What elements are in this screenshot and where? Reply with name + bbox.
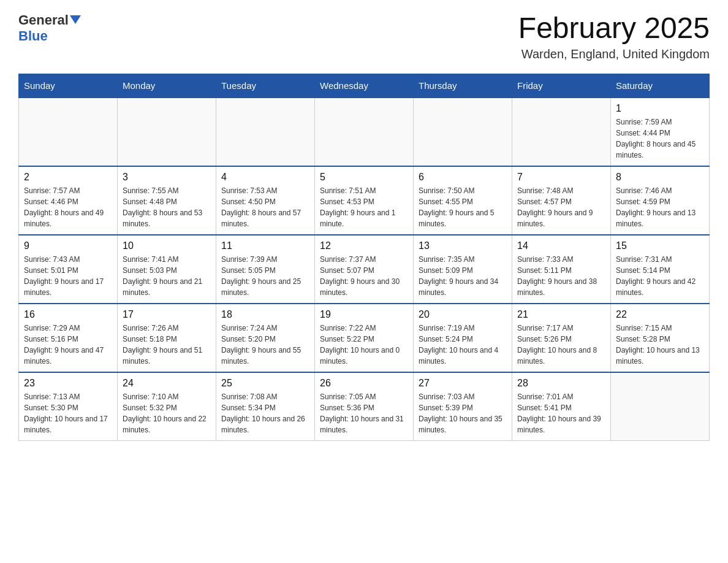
day-info: Sunrise: 7:41 AMSunset: 5:03 PMDaylight:… <box>123 254 211 298</box>
calendar-cell: 8Sunrise: 7:46 AMSunset: 4:59 PMDaylight… <box>611 166 710 235</box>
day-number: 17 <box>123 309 211 320</box>
day-info: Sunrise: 7:22 AMSunset: 5:22 PMDaylight:… <box>320 323 408 367</box>
calendar-cell <box>19 98 118 166</box>
calendar-cell: 26Sunrise: 7:05 AMSunset: 5:36 PMDayligh… <box>315 372 414 441</box>
day-info: Sunrise: 7:29 AMSunset: 5:16 PMDaylight:… <box>24 323 112 367</box>
calendar-week-row: 16Sunrise: 7:29 AMSunset: 5:16 PMDayligh… <box>19 304 710 372</box>
calendar-cell: 10Sunrise: 7:41 AMSunset: 5:03 PMDayligh… <box>118 235 216 304</box>
logo-blue-text: Blue <box>18 28 81 44</box>
day-info: Sunrise: 7:17 AMSunset: 5:26 PMDaylight:… <box>517 323 605 367</box>
day-number: 20 <box>419 309 507 320</box>
day-number: 3 <box>123 172 211 183</box>
day-number: 27 <box>419 378 507 389</box>
day-number: 5 <box>320 172 408 183</box>
calendar-cell: 2Sunrise: 7:57 AMSunset: 4:46 PMDaylight… <box>19 166 118 235</box>
day-number: 4 <box>221 172 309 183</box>
month-title: February 2025 <box>518 12 710 45</box>
calendar-cell <box>216 98 315 166</box>
logo-triangle-icon <box>70 15 81 24</box>
day-info: Sunrise: 7:05 AMSunset: 5:36 PMDaylight:… <box>320 391 408 435</box>
day-info: Sunrise: 7:48 AMSunset: 4:57 PMDaylight:… <box>517 185 605 229</box>
day-number: 28 <box>517 378 605 389</box>
calendar-cell <box>611 372 710 441</box>
calendar-cell: 19Sunrise: 7:22 AMSunset: 5:22 PMDayligh… <box>315 304 414 372</box>
day-number: 14 <box>517 240 605 251</box>
calendar-cell: 4Sunrise: 7:53 AMSunset: 4:50 PMDaylight… <box>216 166 315 235</box>
calendar-day-header: Saturday <box>611 74 710 98</box>
calendar-cell: 12Sunrise: 7:37 AMSunset: 5:07 PMDayligh… <box>315 235 414 304</box>
day-info: Sunrise: 7:26 AMSunset: 5:18 PMDaylight:… <box>123 323 211 367</box>
calendar-cell: 24Sunrise: 7:10 AMSunset: 5:32 PMDayligh… <box>118 372 216 441</box>
day-info: Sunrise: 7:10 AMSunset: 5:32 PMDaylight:… <box>123 391 211 435</box>
day-number: 22 <box>616 309 704 320</box>
day-info: Sunrise: 7:08 AMSunset: 5:34 PMDaylight:… <box>221 391 309 435</box>
calendar-cell: 27Sunrise: 7:03 AMSunset: 5:39 PMDayligh… <box>414 372 512 441</box>
calendar-cell: 25Sunrise: 7:08 AMSunset: 5:34 PMDayligh… <box>216 372 315 441</box>
calendar-cell: 16Sunrise: 7:29 AMSunset: 5:16 PMDayligh… <box>19 304 118 372</box>
calendar-day-header: Monday <box>118 74 216 98</box>
day-info: Sunrise: 7:13 AMSunset: 5:30 PMDaylight:… <box>24 391 112 435</box>
logo: General Blue <box>18 12 81 44</box>
calendar-table: SundayMondayTuesdayWednesdayThursdayFrid… <box>18 74 710 441</box>
calendar-cell <box>414 98 512 166</box>
calendar-header-row: SundayMondayTuesdayWednesdayThursdayFrid… <box>19 74 710 98</box>
day-info: Sunrise: 7:59 AMSunset: 4:44 PMDaylight:… <box>616 117 704 161</box>
day-number: 16 <box>24 309 112 320</box>
calendar-cell: 17Sunrise: 7:26 AMSunset: 5:18 PMDayligh… <box>118 304 216 372</box>
day-number: 2 <box>24 172 112 183</box>
day-info: Sunrise: 7:39 AMSunset: 5:05 PMDaylight:… <box>221 254 309 298</box>
day-info: Sunrise: 7:24 AMSunset: 5:20 PMDaylight:… <box>221 323 309 367</box>
day-number: 8 <box>616 172 704 183</box>
day-number: 19 <box>320 309 408 320</box>
calendar-cell: 5Sunrise: 7:51 AMSunset: 4:53 PMDaylight… <box>315 166 414 235</box>
day-info: Sunrise: 7:51 AMSunset: 4:53 PMDaylight:… <box>320 185 408 229</box>
day-number: 23 <box>24 378 112 389</box>
calendar-cell: 1Sunrise: 7:59 AMSunset: 4:44 PMDaylight… <box>611 98 710 166</box>
day-info: Sunrise: 7:57 AMSunset: 4:46 PMDaylight:… <box>24 185 112 229</box>
calendar-day-header: Tuesday <box>216 74 315 98</box>
calendar-cell: 6Sunrise: 7:50 AMSunset: 4:55 PMDaylight… <box>414 166 512 235</box>
calendar-cell: 20Sunrise: 7:19 AMSunset: 5:24 PMDayligh… <box>414 304 512 372</box>
day-info: Sunrise: 7:37 AMSunset: 5:07 PMDaylight:… <box>320 254 408 298</box>
calendar-day-header: Friday <box>512 74 611 98</box>
calendar-cell: 9Sunrise: 7:43 AMSunset: 5:01 PMDaylight… <box>19 235 118 304</box>
day-number: 11 <box>221 240 309 251</box>
calendar-cell: 18Sunrise: 7:24 AMSunset: 5:20 PMDayligh… <box>216 304 315 372</box>
day-info: Sunrise: 7:46 AMSunset: 4:59 PMDaylight:… <box>616 185 704 229</box>
calendar-cell: 22Sunrise: 7:15 AMSunset: 5:28 PMDayligh… <box>611 304 710 372</box>
calendar-day-header: Wednesday <box>315 74 414 98</box>
day-info: Sunrise: 7:19 AMSunset: 5:24 PMDaylight:… <box>419 323 507 367</box>
calendar-cell: 13Sunrise: 7:35 AMSunset: 5:09 PMDayligh… <box>414 235 512 304</box>
day-number: 21 <box>517 309 605 320</box>
calendar-day-header: Thursday <box>414 74 512 98</box>
day-number: 18 <box>221 309 309 320</box>
calendar-cell: 11Sunrise: 7:39 AMSunset: 5:05 PMDayligh… <box>216 235 315 304</box>
calendar-cell: 3Sunrise: 7:55 AMSunset: 4:48 PMDaylight… <box>118 166 216 235</box>
page-header: General Blue February 2025 Warden, Engla… <box>18 12 710 61</box>
day-info: Sunrise: 7:53 AMSunset: 4:50 PMDaylight:… <box>221 185 309 229</box>
day-info: Sunrise: 7:43 AMSunset: 5:01 PMDaylight:… <box>24 254 112 298</box>
calendar-week-row: 23Sunrise: 7:13 AMSunset: 5:30 PMDayligh… <box>19 372 710 441</box>
calendar-week-row: 2Sunrise: 7:57 AMSunset: 4:46 PMDaylight… <box>19 166 710 235</box>
day-number: 7 <box>517 172 605 183</box>
day-number: 12 <box>320 240 408 251</box>
calendar-cell <box>315 98 414 166</box>
day-info: Sunrise: 7:03 AMSunset: 5:39 PMDaylight:… <box>419 391 507 435</box>
calendar-cell <box>118 98 216 166</box>
calendar-cell: 28Sunrise: 7:01 AMSunset: 5:41 PMDayligh… <box>512 372 611 441</box>
day-number: 6 <box>419 172 507 183</box>
day-number: 26 <box>320 378 408 389</box>
day-number: 24 <box>123 378 211 389</box>
calendar-day-header: Sunday <box>19 74 118 98</box>
logo-general-text: General <box>18 12 69 28</box>
day-number: 1 <box>616 103 704 114</box>
calendar-cell: 21Sunrise: 7:17 AMSunset: 5:26 PMDayligh… <box>512 304 611 372</box>
calendar-cell: 7Sunrise: 7:48 AMSunset: 4:57 PMDaylight… <box>512 166 611 235</box>
calendar-cell <box>512 98 611 166</box>
day-info: Sunrise: 7:01 AMSunset: 5:41 PMDaylight:… <box>517 391 605 435</box>
day-number: 15 <box>616 240 704 251</box>
day-info: Sunrise: 7:31 AMSunset: 5:14 PMDaylight:… <box>616 254 704 298</box>
day-number: 9 <box>24 240 112 251</box>
calendar-cell: 23Sunrise: 7:13 AMSunset: 5:30 PMDayligh… <box>19 372 118 441</box>
calendar-cell: 15Sunrise: 7:31 AMSunset: 5:14 PMDayligh… <box>611 235 710 304</box>
